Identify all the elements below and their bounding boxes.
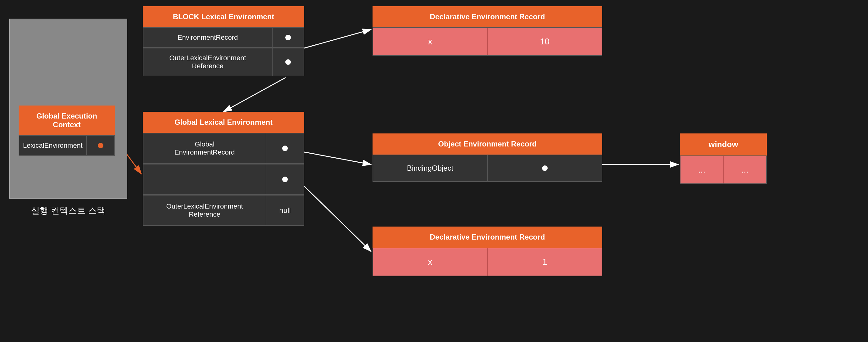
svg-line-5 (304, 152, 371, 164)
binding-object-dot (542, 165, 548, 171)
global-lex-env-header: Global Lexical Environment (143, 112, 304, 133)
window-col1: ... (681, 156, 724, 183)
global-env-record-dot-cell (266, 133, 304, 163)
outer-lex-ref-null: null (279, 206, 290, 215)
decl-env-record-bottom-header: Declarative Environment Record (373, 226, 602, 248)
env-record-row: EnvironmentRecord (143, 27, 304, 48)
global-env-record-dot-top (282, 146, 288, 151)
lex-env-label: LexicalEnvironment (19, 136, 87, 155)
outer-lex-ref-label: OuterLexicalEnvironment Reference (144, 49, 273, 76)
window-header: window (680, 133, 767, 155)
env-record-dot-cell (273, 28, 304, 47)
env-record-dot (285, 35, 291, 40)
outer-lex-ref-dot-cell (273, 49, 304, 76)
lex-env-dot (98, 143, 103, 148)
global-env-record-label2 (144, 164, 266, 194)
decl-env-record-top-header: Declarative Environment Record (373, 6, 602, 27)
global-exec-context: Global Execution Context LexicalEnvironm… (19, 105, 115, 156)
decl-env-record-top: Declarative Environment Record x 10 (373, 6, 602, 56)
obj-env-record-header: Object Environment Record (373, 133, 602, 155)
window-col2: ... (724, 156, 766, 183)
svg-line-4 (223, 77, 286, 112)
svg-line-6 (304, 186, 371, 251)
global-env-record-row2 (143, 164, 304, 195)
outer-lex-ref-null-cell: null (266, 195, 304, 225)
decl-env-record-top-val: 10 (488, 28, 602, 55)
svg-line-3 (304, 30, 371, 48)
outer-lex-ref-dot (285, 59, 291, 65)
outer-lex-ref-row: OuterLexicalEnvironment Reference (143, 48, 304, 76)
global-env-record-dot-cell2 (266, 164, 304, 194)
exec-stack-label: 실행 컨텍스트 스택 (9, 205, 127, 217)
global-env-record-dot-bottom (282, 177, 288, 182)
decl-env-record-bottom-row: x 1 (373, 248, 602, 276)
decl-env-record-bottom-x: x (373, 248, 488, 276)
binding-row: BindingObject (373, 155, 602, 182)
block-lex-env: BLOCK Lexical Environment EnvironmentRec… (143, 6, 304, 76)
lex-env-row: LexicalEnvironment (19, 135, 115, 156)
binding-object-dot-cell (488, 155, 602, 181)
diagram-container: 실행 컨텍스트 스택 Global Execution Context Lexi… (0, 0, 868, 342)
lex-env-dot-cell (87, 136, 114, 155)
outer-lex-ref-row2: OuterLexicalEnvironment Reference null (143, 195, 304, 226)
binding-object-label: BindingObject (373, 155, 488, 181)
window-box: window ... ... (680, 133, 767, 184)
global-exec-context-header: Global Execution Context (19, 105, 115, 135)
decl-env-record-bottom: Declarative Environment Record x 1 (373, 226, 602, 276)
env-record-label: EnvironmentRecord (144, 28, 273, 47)
global-env-record-row: Global EnvironmentRecord (143, 133, 304, 164)
window-row: ... ... (680, 155, 767, 184)
decl-env-record-top-row: x 10 (373, 27, 602, 56)
block-lex-env-header: BLOCK Lexical Environment (143, 6, 304, 27)
obj-env-record: Object Environment Record BindingObject (373, 133, 602, 182)
outer-lex-ref-label2: OuterLexicalEnvironment Reference (144, 195, 266, 225)
global-env-record-label: Global EnvironmentRecord (144, 133, 266, 163)
decl-env-record-top-x: x (373, 28, 488, 55)
decl-env-record-bottom-val: 1 (488, 248, 602, 276)
global-lex-env: Global Lexical Environment Global Enviro… (143, 112, 304, 226)
